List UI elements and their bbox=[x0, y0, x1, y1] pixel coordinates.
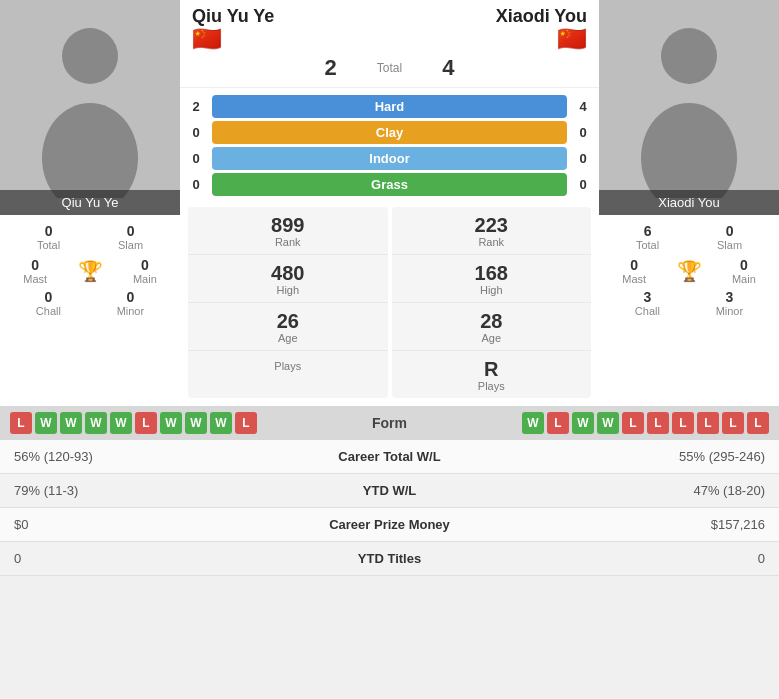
indoor-btn[interactable]: Indoor bbox=[212, 147, 567, 170]
right-total-count: 4 bbox=[442, 55, 454, 81]
right-flag: 🇨🇳 bbox=[496, 27, 587, 51]
stat-left-2: $0 bbox=[14, 517, 290, 532]
left-silhouette bbox=[25, 18, 155, 198]
right-high-box: 168 High bbox=[392, 255, 592, 303]
left-indoor-num: 0 bbox=[188, 151, 204, 166]
svg-point-2 bbox=[661, 28, 717, 84]
stat-right-1: 47% (18-20) bbox=[490, 483, 766, 498]
form-badge-l: L bbox=[235, 412, 257, 434]
left-chall-lbl: Chall bbox=[36, 305, 61, 317]
left-high-val: 480 bbox=[192, 263, 384, 283]
left-age-lbl: Age bbox=[192, 332, 384, 344]
form-badge-l: L bbox=[10, 412, 32, 434]
form-badge-l: L bbox=[622, 412, 644, 434]
form-badge-w: W bbox=[85, 412, 107, 434]
left-pname: Qiu Yu Ye bbox=[192, 6, 274, 27]
left-rank-lbl: Rank bbox=[192, 236, 384, 248]
left-main-stat: 0 Main bbox=[133, 257, 157, 285]
right-grass-num: 0 bbox=[575, 177, 591, 192]
form-badge-w: W bbox=[185, 412, 207, 434]
stat-row-3: 0 YTD Titles 0 bbox=[0, 542, 779, 576]
right-silhouette bbox=[624, 18, 754, 198]
left-main-lbl: Main bbox=[133, 273, 157, 285]
form-badge-w: W bbox=[210, 412, 232, 434]
left-mast-val: 0 bbox=[23, 257, 47, 273]
right-slam-val: 0 bbox=[717, 223, 742, 239]
svg-point-0 bbox=[62, 28, 118, 84]
center-content: Qiu Yu Ye 🇨🇳 Xiaodi You 🇨🇳 2 Total 4 bbox=[180, 0, 599, 398]
left-main-val: 0 bbox=[133, 257, 157, 273]
left-slam-lbl: Slam bbox=[118, 239, 143, 251]
form-badge-l: L bbox=[547, 412, 569, 434]
right-chall-val: 3 bbox=[635, 289, 660, 305]
left-stat-box: 899 Rank 480 High 26 Age Plays bbox=[188, 207, 388, 398]
form-label: Form bbox=[257, 415, 522, 431]
right-age-lbl: Age bbox=[396, 332, 588, 344]
left-rank-box: 899 Rank bbox=[188, 207, 388, 255]
left-high-lbl: High bbox=[192, 284, 384, 296]
indoor-row: 0 Indoor 0 bbox=[188, 147, 591, 170]
left-plays-box: Plays bbox=[188, 351, 388, 378]
right-high-val: 168 bbox=[396, 263, 588, 283]
form-badge-l: L bbox=[647, 412, 669, 434]
right-main-stat: 0 Main bbox=[732, 257, 756, 285]
right-clay-num: 0 bbox=[575, 125, 591, 140]
right-rank-box: 223 Rank bbox=[392, 207, 592, 255]
left-mast-stat: 0 Mast bbox=[23, 257, 47, 285]
form-badge-w: W bbox=[60, 412, 82, 434]
stat-right-2: $157,216 bbox=[490, 517, 766, 532]
right-indoor-num: 0 bbox=[575, 151, 591, 166]
stat-left-3: 0 bbox=[14, 551, 290, 566]
form-badge-l: L bbox=[697, 412, 719, 434]
left-chall-stat: 0 Chall bbox=[36, 289, 61, 317]
total-center-label: Total bbox=[377, 61, 402, 75]
stat-row-0: 56% (120-93) Career Total W/L 55% (295-2… bbox=[0, 440, 779, 474]
left-grass-num: 0 bbox=[188, 177, 204, 192]
form-badge-l: L bbox=[722, 412, 744, 434]
stat-row-1: 79% (11-3) YTD W/L 47% (18-20) bbox=[0, 474, 779, 508]
left-rank-val: 899 bbox=[192, 215, 384, 235]
right-player-name-text: Xiaodi You bbox=[658, 195, 719, 210]
right-slam-stat: 0 Slam bbox=[717, 223, 742, 251]
left-player-photo: Qiu Yu Ye bbox=[0, 0, 180, 215]
left-age-val: 26 bbox=[192, 311, 384, 331]
left-total-count: 2 bbox=[325, 55, 337, 81]
stat-center-2: Career Prize Money bbox=[290, 517, 490, 532]
right-total-lbl: Total bbox=[636, 239, 659, 251]
clay-btn[interactable]: Clay bbox=[212, 121, 567, 144]
stat-center-3: YTD Titles bbox=[290, 551, 490, 566]
left-hard-num: 2 bbox=[188, 99, 204, 114]
grass-row: 0 Grass 0 bbox=[188, 173, 591, 196]
hard-btn[interactable]: Hard bbox=[212, 95, 567, 118]
left-player-name-text: Qiu Yu Ye bbox=[62, 195, 119, 210]
right-mast-lbl: Mast bbox=[622, 273, 646, 285]
form-badge-w: W bbox=[35, 412, 57, 434]
left-flag: 🇨🇳 bbox=[192, 27, 274, 51]
stat-center-1: YTD W/L bbox=[290, 483, 490, 498]
left-clay-num: 0 bbox=[188, 125, 204, 140]
right-minor-stat: 3 Minor bbox=[716, 289, 744, 317]
grass-btn[interactable]: Grass bbox=[212, 173, 567, 196]
left-age-box: 26 Age bbox=[188, 303, 388, 351]
stat-center-0: Career Total W/L bbox=[290, 449, 490, 464]
left-minor-val: 0 bbox=[117, 289, 145, 305]
form-badge-w: W bbox=[110, 412, 132, 434]
form-badge-l: L bbox=[747, 412, 769, 434]
right-age-box: 28 Age bbox=[392, 303, 592, 351]
right-rank-val: 223 bbox=[396, 215, 588, 235]
right-pname: Xiaodi You bbox=[496, 6, 587, 27]
stat-row-2: $0 Career Prize Money $157,216 bbox=[0, 508, 779, 542]
right-slam-lbl: Slam bbox=[717, 239, 742, 251]
form-badge-w: W bbox=[522, 412, 544, 434]
page-wrapper: Qiu Yu Ye 0 Total 0 Slam bbox=[0, 0, 779, 576]
right-main-lbl: Main bbox=[732, 273, 756, 285]
right-age-val: 28 bbox=[396, 311, 588, 331]
right-trophy-icon: 🏆 bbox=[677, 259, 702, 283]
right-minor-val: 3 bbox=[716, 289, 744, 305]
left-player-name-overlay: Qiu Yu Ye bbox=[0, 190, 180, 215]
right-plays-val: R bbox=[396, 359, 588, 379]
stat-left-1: 79% (11-3) bbox=[14, 483, 290, 498]
comparison-block: Qiu Yu Ye 0 Total 0 Slam bbox=[0, 0, 779, 406]
left-player-area: Qiu Yu Ye 0 Total 0 Slam bbox=[0, 0, 180, 398]
right-player-area: Xiaodi You 6 Total 0 Slam 0 bbox=[599, 0, 779, 398]
